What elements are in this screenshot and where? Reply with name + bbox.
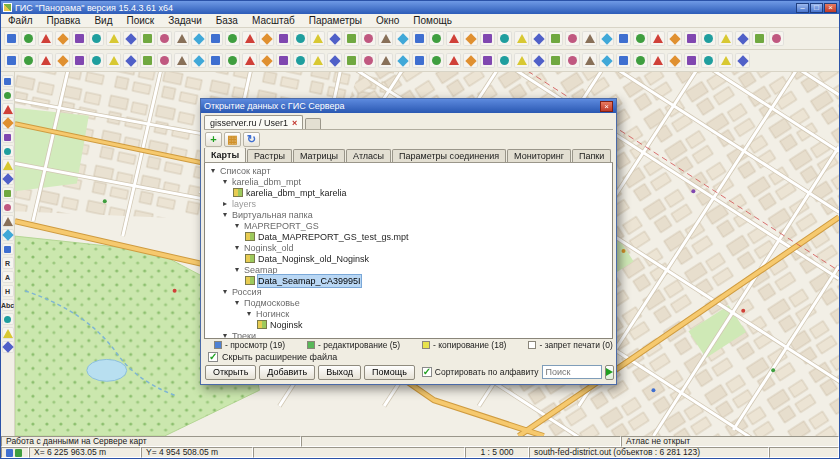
rect-tool-button[interactable] (2, 187, 14, 199)
previous-view-button[interactable] (344, 31, 359, 46)
menu-item-9[interactable]: Помощь (406, 14, 459, 28)
statistics-button[interactable] (463, 53, 478, 68)
polygon-tool-button[interactable] (2, 229, 14, 241)
animation-button[interactable] (633, 53, 648, 68)
letter-a-tool-button[interactable]: A (2, 271, 14, 283)
attributes-button[interactable] (191, 53, 206, 68)
tree-item[interactable]: Noginsk (205, 319, 612, 330)
recent-button[interactable] (106, 31, 121, 46)
settings-tool-button[interactable] (2, 341, 14, 353)
scale-object-button[interactable] (157, 53, 172, 68)
legend-button[interactable] (446, 31, 461, 46)
help-button[interactable]: Помощь (364, 365, 415, 380)
menu-item-8[interactable]: Окно (369, 14, 406, 28)
chart-button[interactable] (531, 31, 546, 46)
create-point-button[interactable] (548, 31, 563, 46)
delete-object-button[interactable] (106, 53, 121, 68)
layer-up-button[interactable] (38, 53, 53, 68)
dialog-tab-Карты[interactable]: Карты (204, 148, 246, 162)
buffer-button[interactable] (344, 53, 359, 68)
raster-button[interactable] (616, 31, 631, 46)
units-button[interactable] (582, 53, 597, 68)
collapse-icon[interactable]: ▾ (221, 331, 229, 340)
line-tool-button[interactable] (2, 215, 14, 227)
menu-item-0[interactable]: Файл (1, 14, 40, 28)
copy-object-button[interactable] (174, 53, 189, 68)
tree-item[interactable]: ▾Список карт (205, 165, 612, 176)
tree-item[interactable]: Data_Seamap_CA39995I (205, 275, 612, 286)
vertex-edit-button[interactable] (242, 53, 257, 68)
dialog-tab-Атласы[interactable]: Атласы (346, 149, 391, 162)
tree-item[interactable]: ▾karelia_dbm_mpt (205, 176, 612, 187)
collapse-icon[interactable]: ▾ (233, 243, 241, 253)
exit-button[interactable]: Выход (318, 365, 361, 380)
refresh-list-icon[interactable]: ↻ (243, 132, 260, 147)
create-text-button[interactable] (599, 31, 614, 46)
tree-item[interactable]: ▾Ногинск (205, 308, 612, 319)
layers-tool-button[interactable] (2, 327, 14, 339)
apply-search-button[interactable] (605, 365, 614, 380)
pan-tool-button[interactable] (2, 89, 14, 101)
table-button[interactable] (514, 31, 529, 46)
layer-down-button[interactable] (55, 53, 70, 68)
clip-button[interactable] (378, 53, 393, 68)
tree-item[interactable]: ▾Россия (205, 286, 612, 297)
tree-item[interactable]: ▾Виртуальная папка (205, 209, 612, 220)
redo-button[interactable] (174, 31, 189, 46)
search-button[interactable] (395, 31, 410, 46)
menu-item-7[interactable]: Параметры (302, 14, 369, 28)
undo-button[interactable] (157, 31, 172, 46)
remove-layer-button[interactable] (21, 53, 36, 68)
pan-button[interactable] (276, 31, 291, 46)
connection-tab-close-icon[interactable]: × (292, 118, 297, 128)
save-button[interactable] (38, 31, 53, 46)
ruler-tool-button[interactable] (2, 117, 14, 129)
help-button[interactable] (769, 31, 784, 46)
route-button[interactable] (684, 31, 699, 46)
collapse-icon[interactable]: ▾ (233, 298, 241, 308)
collapse-icon[interactable]: ▾ (233, 221, 241, 231)
tree-item[interactable]: ▾Seamap (205, 264, 612, 275)
tree-item[interactable]: karelia_dbm_mpt_karelia (205, 187, 612, 198)
intersect-button[interactable] (412, 53, 427, 68)
edit-object-button[interactable] (72, 53, 87, 68)
matrix-button[interactable] (633, 31, 648, 46)
menu-item-3[interactable]: Поиск (119, 14, 161, 28)
sort-checkbox[interactable] (422, 367, 432, 377)
pencil-tool-button[interactable] (2, 131, 14, 143)
find-object-button[interactable] (412, 31, 427, 46)
units-icon[interactable] (15, 449, 22, 457)
map-canvas[interactable]: Открытие данных с ГИС Сервера × gisserve… (15, 72, 839, 436)
minimize-button[interactable]: – (796, 3, 809, 13)
open-gis-server-button[interactable] (72, 31, 87, 46)
window-cascade-button[interactable] (701, 53, 716, 68)
menu-item-6[interactable]: Масштаб (245, 14, 302, 28)
search-input[interactable] (542, 365, 602, 379)
rotate-object-button[interactable] (140, 53, 155, 68)
dialog-tab-Параметры соединения[interactable]: Параметры соединения (392, 149, 506, 162)
export-button[interactable] (123, 31, 138, 46)
open-data-icon[interactable]: ▦ (224, 132, 241, 147)
create-object-button[interactable] (89, 53, 104, 68)
north-arrow-button[interactable] (701, 31, 716, 46)
object-info-button[interactable] (378, 31, 393, 46)
options-button[interactable] (735, 53, 750, 68)
print-layout-button[interactable] (497, 53, 512, 68)
collapse-icon[interactable]: ▾ (221, 177, 229, 187)
zoom-extent-button[interactable] (327, 31, 342, 46)
copy-button[interactable] (208, 31, 223, 46)
layers-button[interactable] (429, 31, 444, 46)
dissolve-button[interactable] (395, 53, 410, 68)
map-contents-button[interactable] (463, 31, 478, 46)
import-button[interactable] (140, 31, 155, 46)
video-button[interactable] (650, 53, 665, 68)
print-button[interactable] (55, 31, 70, 46)
abc-tool-button[interactable]: Abc (2, 299, 14, 311)
scale-settings-button[interactable] (497, 31, 512, 46)
database-button[interactable] (89, 31, 104, 46)
tree-item[interactable]: ▾Подмосковье (205, 297, 612, 308)
ungroup-button[interactable] (310, 53, 325, 68)
select-tool-button[interactable] (2, 75, 14, 87)
snap-button[interactable] (225, 53, 240, 68)
label-tool-button[interactable] (2, 243, 14, 255)
